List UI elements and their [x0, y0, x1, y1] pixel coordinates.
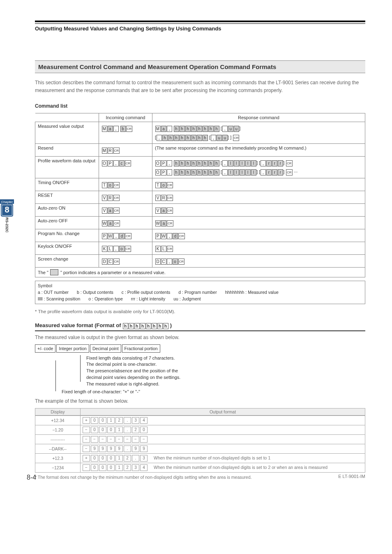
table-row: −1234−0001234When the minimum number of … — [35, 463, 365, 473]
chapter-number: 8 — [2, 205, 12, 216]
chapter-tab: Chapter 8 RS-232C — [0, 199, 14, 233]
format-diagram: +/- code Integer portion Decimal point F… — [35, 344, 365, 395]
command-table: Incoming command Response command Measur… — [35, 113, 365, 268]
symbol-title: Symbol — [38, 283, 362, 289]
profile-note: * The profile waveform data output is av… — [35, 309, 365, 314]
examples-table: Display Output format — [35, 408, 365, 416]
col-response: Response command — [152, 113, 365, 122]
row-program-change: Program No. change PW,dCR PW,dCR — [35, 229, 365, 242]
col-incoming: Incoming command — [99, 113, 152, 122]
param-note: The " " portion indicates a parameter or… — [35, 268, 365, 277]
table-row: +12.3+00012.3When the minimum number of … — [35, 454, 365, 463]
page-header-title: Outputting Measured Values and Changing … — [35, 25, 365, 32]
chapter-label: Chapter — [0, 199, 14, 204]
row-keylock: Keylock ON/OFF KL,oCR KLCR — [35, 242, 365, 255]
doc-id: E LT-9001-IM — [338, 474, 365, 481]
row-profile: Profile waveform data output OP,cCR OP, … — [35, 157, 365, 178]
row-timing: Timing ON/OFF ToCR ToCR — [35, 178, 365, 191]
page-number: 8-4 — [27, 474, 36, 481]
table-row: +12.34+0012.34 — [35, 416, 365, 425]
symbol-box: Symbol a : OUT number b : Output content… — [35, 281, 365, 304]
row-screen-change: Screen change DCCR DC,oCR — [35, 255, 365, 268]
header-rule — [35, 21, 365, 24]
intro-text: This section describes the command forma… — [35, 79, 365, 94]
row-autozero-off: Auto-zero OFF WaCR WaCR — [35, 217, 365, 229]
row-autozero-on: Auto-zero ON VaCR VaCR — [35, 204, 365, 217]
measured-format-desc: The measured value is output in the give… — [35, 335, 365, 340]
rs-label: RS-232C — [5, 217, 9, 233]
section-title: Measurement Control Command and Measurem… — [35, 60, 365, 73]
row-reset: RESET VRCR VRCR — [35, 191, 365, 204]
command-list-label: Command list — [35, 103, 365, 109]
table-row: --DARK--−9999.99 — [35, 444, 365, 454]
table-row: ----------−−−−−−−− — [35, 435, 365, 444]
footer: 8-4 E LT-9001-IM — [27, 474, 365, 481]
row-resend: Resend MRCR (The same response command a… — [35, 144, 365, 157]
examples-intro: The example of the format is shown below… — [35, 398, 365, 404]
measured-format-title: Measured value format (Format of hhhhhhh… — [35, 322, 365, 331]
row-measured-value: Measured value output Ma, bCR Ma, hhhhhh… — [35, 122, 365, 144]
examples-body: +12.34+0012.34−1.20−0001.20----------−−−… — [35, 416, 365, 473]
table-row: −1.20−0001.20 — [35, 425, 365, 435]
